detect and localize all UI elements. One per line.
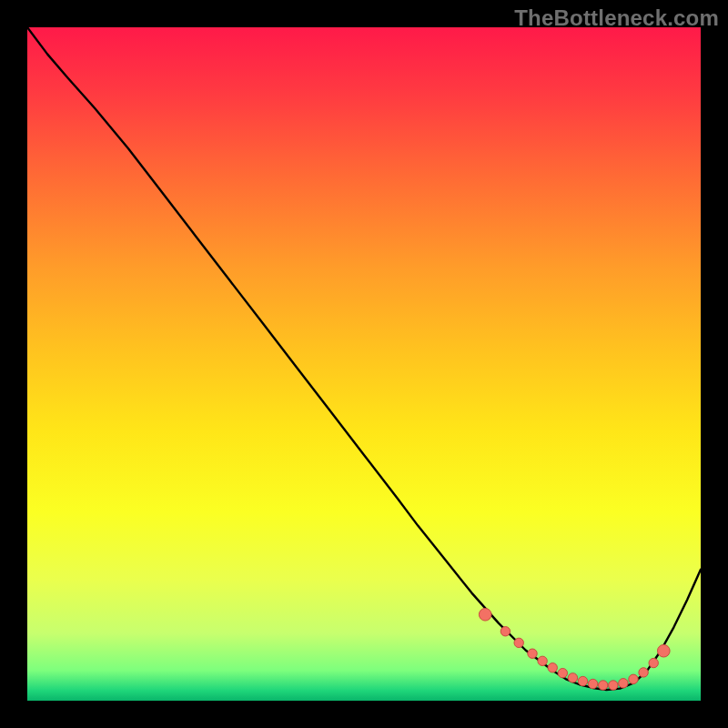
marker-point: [548, 663, 557, 672]
marker-point: [528, 649, 537, 658]
marker-point: [578, 676, 587, 685]
marker-point: [568, 673, 577, 682]
marker-point: [658, 644, 671, 657]
marker-point: [514, 638, 523, 647]
marker-point: [588, 679, 597, 688]
marker-point: [599, 681, 608, 690]
marker-point: [609, 681, 618, 690]
marker-point: [558, 668, 567, 677]
marker-point: [639, 668, 648, 677]
marker-point: [500, 627, 510, 636]
marker-point: [629, 674, 638, 683]
gradient-background: [27, 27, 701, 701]
bottleneck-chart: [27, 27, 701, 701]
marker-point: [479, 608, 491, 621]
marker-point: [649, 658, 658, 667]
chart-frame: TheBottleneck.com: [0, 0, 728, 728]
marker-point: [619, 679, 628, 688]
marker-point: [538, 656, 547, 665]
